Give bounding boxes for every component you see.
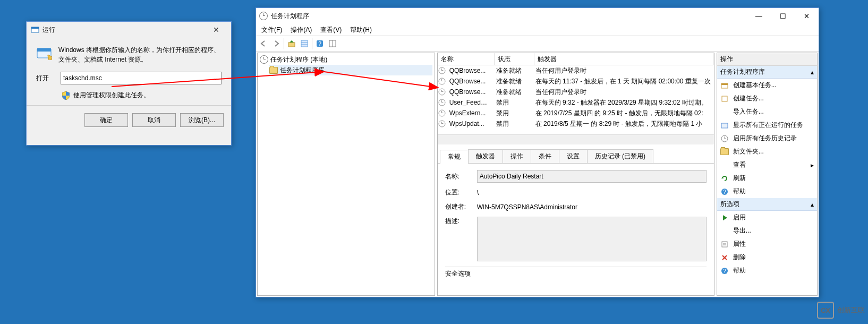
- run-app-icon: [36, 45, 53, 62]
- action-item[interactable]: 删除: [717, 251, 817, 264]
- tree-library[interactable]: 任务计划程序库: [269, 65, 432, 75]
- action-item[interactable]: 启用所有任务历史记录: [717, 132, 817, 145]
- tab-general[interactable]: 常规: [440, 150, 469, 164]
- action-item[interactable]: 查看▸: [717, 158, 817, 172]
- task-row[interactable]: WpsExtern...禁用在 2019/7/25 星期四 的 9:25 时 -…: [438, 108, 714, 118]
- task-trigger: 在 2019/8/5 星期一 的 8:29 时 - 触发后，无限期地每隔 1 小: [532, 120, 714, 129]
- run-open-label: 打开: [36, 74, 55, 83]
- action-item[interactable]: 新文件夹...: [717, 145, 817, 158]
- creator-value: WIN-5M7QSSPN8AS\Administrator: [477, 203, 577, 211]
- tab-triggers[interactable]: 触发器: [468, 149, 503, 163]
- maximize-button[interactable]: ☐: [771, 8, 795, 23]
- svg-rect-5: [288, 42, 295, 47]
- name-field: AutoPico Daily Restart: [477, 170, 707, 183]
- combo-chevron-icon[interactable]: ⌄: [211, 73, 220, 83]
- menu-file[interactable]: 文件(F): [261, 25, 282, 35]
- creator-label: 创建者:: [445, 202, 470, 211]
- run-open-combobox[interactable]: taskschd.msc ⌄: [61, 72, 222, 84]
- col-trigger[interactable]: 触发器: [534, 53, 714, 65]
- action-item[interactable]: 属性: [717, 237, 817, 251]
- general-form: 名称: AutoPico Daily Restart 位置: \ 创建者: WI…: [438, 164, 714, 295]
- task-row[interactable]: User_Feed_...禁用在每天的 9:32 - 触发器在 2029/3/2…: [438, 97, 714, 108]
- view-icon: [720, 161, 729, 169]
- svg-rect-16: [721, 123, 728, 128]
- actions-section-selected[interactable]: 所选项 ▴: [717, 198, 817, 211]
- actions-pane-title: 操作: [717, 53, 817, 66]
- action-item[interactable]: ?帮助: [717, 185, 817, 198]
- menu-view[interactable]: 查看(V): [320, 25, 342, 35]
- run-shield-note: 使用管理权限创建此任务。: [73, 91, 150, 100]
- task-trigger: 在 2019/7/25 星期四 的 9:25 时 - 触发后，无限期地每隔 02…: [532, 109, 714, 118]
- run-dialog: 运行 ✕ Windows 将根据你所输入的名称，为你打开相应的程序、文件夹、文档…: [26, 21, 232, 146]
- import-icon: [720, 108, 729, 116]
- run-browse-button[interactable]: 浏览(B)...: [180, 113, 224, 127]
- task-status: 准备就绪: [493, 66, 532, 75]
- run-ok-button[interactable]: 确定: [84, 113, 128, 127]
- location-label: 位置:: [445, 188, 470, 197]
- run-open-value: taskschd.msc: [63, 74, 102, 82]
- run-close-button[interactable]: ✕: [206, 22, 227, 37]
- shield-icon: [62, 91, 70, 100]
- menubar: 文件(F) 操作(A) 查看(V) 帮助(H): [256, 24, 819, 36]
- clock-icon: [438, 77, 446, 86]
- action-item[interactable]: 导出...: [717, 224, 817, 237]
- clock-icon: [438, 120, 446, 128]
- clock-icon: [438, 88, 446, 96]
- action-item[interactable]: 显示所有正在运行的任务: [717, 118, 817, 132]
- task-row[interactable]: QQBrowse...准备就绪当任何用户登录时: [438, 65, 714, 76]
- create-icon: [720, 95, 729, 103]
- run-title-text: 运行: [42, 25, 55, 35]
- menu-action[interactable]: 操作(A): [291, 25, 312, 35]
- minimize-button[interactable]: —: [747, 8, 771, 23]
- task-status: 禁用: [493, 120, 532, 129]
- close-button[interactable]: ✕: [795, 8, 819, 23]
- tree-root[interactable]: 任务计划程序 (本地): [260, 54, 432, 65]
- help-icon: ?: [720, 187, 729, 196]
- action-item[interactable]: ?帮助: [717, 264, 817, 277]
- menu-help[interactable]: 帮助(H): [350, 25, 372, 35]
- run-cancel-button[interactable]: 取消: [132, 113, 176, 127]
- view-list-button[interactable]: [298, 37, 311, 50]
- up-folder-button[interactable]: [285, 37, 298, 50]
- run-description: Windows 将根据你所输入的名称，为你打开相应的程序、文件夹、文档或 Int…: [58, 45, 222, 64]
- task-row[interactable]: QQBrowse...准备就绪在每天的 11:37 - 触发后，在 1 天 期间…: [438, 76, 714, 87]
- back-button[interactable]: [257, 37, 270, 50]
- tab-conditions[interactable]: 条件: [531, 149, 559, 163]
- run-titlebar: 运行 ✕: [27, 22, 231, 38]
- actions-section-library[interactable]: 任务计划程序库 ▴: [717, 66, 817, 79]
- tile-button[interactable]: [326, 37, 339, 50]
- svg-marker-21: [723, 215, 727, 220]
- task-name: User_Feed_...: [446, 99, 493, 106]
- description-label: 描述:: [445, 217, 470, 226]
- tab-actions[interactable]: 操作: [503, 149, 531, 163]
- clock-icon: [259, 12, 268, 20]
- task-row[interactable]: QQBrowse...准备就绪当任何用户登录时: [438, 87, 714, 97]
- props-icon: [720, 240, 729, 249]
- help-button[interactable]: ?: [313, 37, 326, 50]
- forward-button[interactable]: [270, 37, 283, 50]
- task-status: 禁用: [493, 109, 532, 118]
- col-name[interactable]: 名称: [438, 53, 495, 65]
- task-name: WpsUpdat...: [446, 120, 493, 127]
- tab-history[interactable]: 历史记录 (已禁用): [587, 149, 653, 163]
- task-scheduler-title: 任务计划程序: [271, 12, 309, 21]
- horizontal-scrollbar[interactable]: [438, 134, 714, 144]
- col-status[interactable]: 状态: [495, 53, 534, 65]
- running-icon: [720, 121, 729, 130]
- action-item[interactable]: 创建任务...: [717, 92, 817, 105]
- action-item[interactable]: 启用: [717, 211, 817, 224]
- tab-settings[interactable]: 设置: [559, 149, 588, 163]
- task-row[interactable]: WpsUpdat...禁用在 2019/8/5 星期一 的 8:29 时 - 触…: [438, 118, 714, 129]
- task-scheduler-titlebar: 任务计划程序 — ☐ ✕: [256, 8, 819, 24]
- action-item[interactable]: 创建基本任务...: [717, 79, 817, 92]
- svg-rect-22: [722, 242, 727, 247]
- svg-rect-15: [722, 96, 727, 101]
- action-item[interactable]: 刷新: [717, 172, 817, 185]
- task-list[interactable]: QQBrowse...准备就绪当任何用户登录时QQBrowse...准备就绪在每…: [438, 65, 714, 134]
- action-item[interactable]: 导入任务...: [717, 105, 817, 118]
- task-status: 禁用: [493, 98, 532, 107]
- clock-icon: [438, 109, 446, 117]
- create-basic-icon: [720, 81, 729, 90]
- watermark-logo: CX: [817, 302, 834, 319]
- task-trigger: 当任何用户登录时: [532, 88, 714, 97]
